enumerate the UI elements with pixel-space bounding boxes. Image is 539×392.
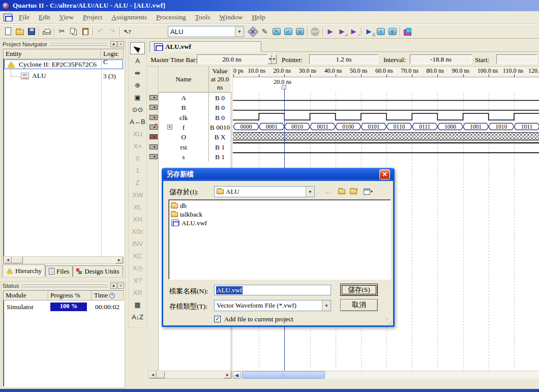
- new-folder-icon[interactable]: ✳: [348, 186, 360, 197]
- find-icon[interactable]: ⊙⊙: [130, 103, 145, 115]
- menu-view[interactable]: View: [55, 12, 78, 22]
- add-file-checkbox[interactable]: ✓: [214, 316, 221, 322]
- close-icon[interactable]: ✕: [379, 169, 390, 179]
- child-window-icon[interactable]: [4, 14, 12, 21]
- clock-icon[interactable]: XC: [130, 250, 145, 262]
- menu-project[interactable]: Project: [78, 12, 107, 22]
- weak-low-icon[interactable]: XL: [130, 201, 145, 213]
- snap-to-grid-icon[interactable]: XR: [130, 286, 145, 298]
- dialog-title-bar[interactable]: 另存新檔 ✕: [163, 168, 393, 181]
- signal-name[interactable]: O: [159, 132, 208, 142]
- settings-check-icon[interactable]: ✓: [282, 26, 294, 37]
- new-file-icon[interactable]: [2, 26, 14, 37]
- chevron-down-icon[interactable]: ▼: [306, 187, 314, 197]
- save-icon[interactable]: [25, 26, 37, 37]
- copy-icon[interactable]: [68, 26, 79, 37]
- file-type-combobox[interactable]: Vector Waveform File (*.vwf) ▼: [214, 300, 331, 311]
- menu-edit[interactable]: Edit: [34, 12, 55, 22]
- entity-column-header[interactable]: Entity: [4, 49, 101, 59]
- start-timing-icon[interactable]: ▶◔: [348, 26, 360, 37]
- assignment-editor-pencil-icon[interactable]: ✎: [259, 26, 271, 37]
- compilation-report-icon[interactable]: ≡: [375, 26, 386, 37]
- grid-size-icon[interactable]: ▦: [130, 298, 145, 311]
- replace-icon[interactable]: A↔B: [130, 115, 145, 128]
- tab-files[interactable]: Files: [45, 265, 73, 277]
- collapse-panel-icon[interactable]: ▲: [110, 41, 117, 47]
- device-tree-row[interactable]: Cyclone II: EP2C35F672C6: [4, 59, 123, 69]
- file-list-item[interactable]: ALU.vwf: [171, 219, 388, 227]
- pin-planner-icon[interactable]: ✎: [271, 26, 282, 37]
- force-low-icon[interactable]: 0: [130, 152, 145, 164]
- signal-table-hscrollbar[interactable]: ◄ ►: [148, 371, 232, 379]
- back-icon[interactable]: ←: [322, 186, 334, 197]
- weak-unknown-icon[interactable]: XW: [130, 189, 145, 201]
- entity-combobox[interactable]: ALU ▼: [168, 26, 244, 37]
- status-header[interactable]: Status ▲ ×: [2, 282, 125, 289]
- signal-name[interactable]: A: [159, 93, 208, 103]
- redo-icon[interactable]: ↷: [106, 26, 118, 37]
- menu-help[interactable]: Help: [247, 12, 270, 22]
- master-time-bar-value[interactable]: 20.0 ns: [197, 54, 267, 64]
- scroll-right-icon[interactable]: ►: [224, 371, 231, 378]
- start-analysis-icon[interactable]: ▶✓: [336, 26, 348, 37]
- progress-column-header[interactable]: Progress %: [48, 291, 92, 300]
- menu-assignments[interactable]: Assignments: [107, 12, 152, 22]
- paste-icon[interactable]: [79, 26, 91, 37]
- random-value-icon[interactable]: X?: [130, 274, 145, 286]
- weak-high-icon[interactable]: XH: [130, 213, 145, 225]
- value-column-header[interactable]: Value at 20.0 ns: [208, 67, 231, 93]
- signal-name[interactable]: rst: [159, 142, 208, 152]
- save-in-combobox[interactable]: ALU ▼: [214, 186, 315, 197]
- scroll-left-icon[interactable]: ◄: [4, 257, 12, 263]
- menu-window[interactable]: Window: [215, 12, 247, 22]
- up-folder-icon[interactable]: ↑: [335, 186, 347, 197]
- cancel-button[interactable]: 取消: [340, 299, 378, 311]
- force-high-impedance-icon[interactable]: Z: [130, 176, 145, 189]
- signal-name[interactable]: B: [159, 103, 208, 112]
- close-panel-icon[interactable]: ×: [117, 283, 124, 289]
- open-file-icon[interactable]: [14, 26, 25, 37]
- tab-hierarchy[interactable]: Hierarchy: [3, 264, 45, 277]
- project-navigator-header[interactable]: Project Navigator ▲ ×: [2, 40, 125, 48]
- invert-icon[interactable]: INV: [130, 237, 145, 250]
- timeline-ruler[interactable]: 0 ps10.0 ns20.0 ns30.0 ns40.0 ns50.0 ns6…: [233, 67, 539, 77]
- stop-processing-icon[interactable]: STOP: [309, 26, 321, 37]
- scroll-left-icon[interactable]: ◄: [149, 371, 157, 378]
- waveform-hscrollbar[interactable]: ◀ |||: [232, 371, 539, 379]
- file-list-item[interactable]: db: [171, 201, 388, 210]
- clear-box-icon[interactable]: [247, 26, 259, 37]
- timing-settings-icon[interactable]: ⊙: [294, 26, 306, 37]
- start-compilation-icon[interactable]: ▶: [324, 26, 336, 37]
- scroll-right-icon[interactable]: ►: [115, 257, 123, 263]
- file-list[interactable]: dbtalkbackALU.vwf: [168, 199, 391, 280]
- file-list-item[interactable]: talkback: [171, 210, 388, 219]
- text-tool-icon[interactable]: A: [130, 54, 145, 67]
- arbitrary-value-icon[interactable]: X◷: [130, 262, 145, 274]
- start-simulation-icon[interactable]: ▶⎍: [363, 26, 375, 37]
- waveform-edit-tool-icon[interactable]: ⇹: [130, 67, 145, 79]
- view-menu-icon[interactable]: ▼: [363, 186, 374, 197]
- menu-processing[interactable]: Processing: [152, 12, 191, 22]
- print-icon[interactable]: [41, 26, 52, 37]
- sort-icon[interactable]: A↓Z: [130, 311, 145, 323]
- save-button[interactable]: 儲存(S): [340, 284, 378, 296]
- menu-tools[interactable]: Tools: [191, 12, 215, 22]
- scrollbar-thumb[interactable]: [12, 257, 23, 263]
- scrollbar-thumb[interactable]: |||: [242, 371, 325, 379]
- resize-grip[interactable]: [386, 318, 393, 325]
- undo-icon[interactable]: ↶: [95, 26, 106, 37]
- signal-name[interactable]: clk: [159, 113, 208, 123]
- time-bar-spinner[interactable]: ◄►: [267, 54, 277, 64]
- zoom-tool-icon[interactable]: ⊕: [130, 79, 145, 91]
- menu-file[interactable]: File: [14, 12, 34, 22]
- logic-cells-column-header[interactable]: Logic C: [101, 49, 124, 59]
- scrollbar-thumb[interactable]: [157, 371, 165, 378]
- force-unknown-icon[interactable]: X×: [130, 140, 145, 152]
- chevron-down-icon[interactable]: ▼: [322, 300, 331, 311]
- context-help-icon[interactable]: ↖?: [122, 26, 133, 37]
- time-column-header[interactable]: Time: [92, 291, 124, 300]
- programmer-icon[interactable]: [402, 26, 413, 37]
- tab-alu-vwf[interactable]: ALU.vwf: [149, 41, 261, 52]
- simulation-report-icon[interactable]: ⊜: [386, 26, 398, 37]
- entity-tree-row[interactable]: abcVHD ALU: [21, 72, 46, 80]
